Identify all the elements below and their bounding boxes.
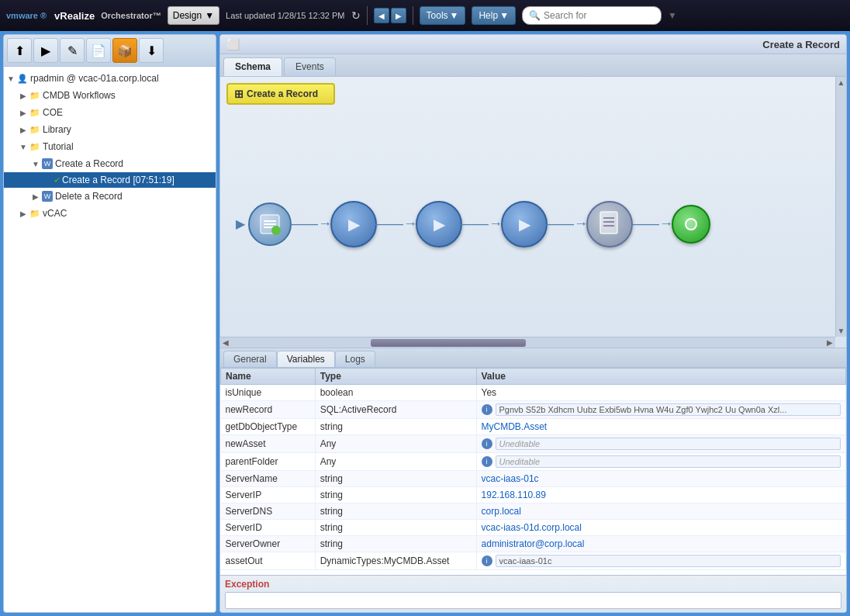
hscroll-thumb[interactable] [371,339,526,347]
table-row: ServerIDstringvcac-iaas-01d.corp.local [221,520,846,536]
create-record-button[interactable]: ⊞ Create a Record [226,83,335,105]
tree-toggle-delete[interactable]: ▶ [32,192,40,201]
flow-node-play-3[interactable]: ▶ [501,201,548,247]
tree-toggle-vcac[interactable]: ▶ [19,209,27,218]
workflow-icon-create-record: W [41,157,54,170]
tree-toggle-cmdb[interactable]: ▶ [19,92,27,100]
flow-node-start[interactable] [248,202,292,246]
tree-toggle-create-record-wf[interactable]: ▼ [32,160,40,168]
tree-label-create-record-wf: Create a Record [55,158,123,169]
tree-item-delete-record[interactable]: ▶ W Delete a Record [4,188,216,205]
toolbar-button-6[interactable]: ⬇ [139,38,164,63]
search-box[interactable]: 🔍 [522,6,662,25]
tree-item-create-record-run[interactable]: ✔ Create a Record [07:51:19] [4,172,216,188]
var-name: ServerOwner [221,536,316,552]
var-value-link[interactable]: MyCMDB.Asset [482,421,548,432]
divider [367,6,368,25]
scroll-right-btn[interactable]: ▶ [824,338,835,347]
tree-item-library[interactable]: ▶ 📁 Library [4,121,216,138]
root-user-icon: 👤 [16,72,29,85]
tab-events[interactable]: Events [284,57,336,76]
toolbar-button-3[interactable]: ✎ [60,38,85,63]
help-label: Help [479,10,498,21]
table-row: getDbObjectTypestringMyCMDB.Asset [221,419,846,435]
scroll-down-btn[interactable]: ▼ [836,325,846,337]
var-name: parentFolder [221,453,316,471]
flow-node-end[interactable] [672,205,710,244]
last-updated: Last updated 1/28/15 12:32 PM [226,11,345,20]
svg-rect-5 [600,212,617,234]
tree-item-create-record-wf[interactable]: ▼ W Create a Record [4,155,216,172]
navigation-tree: ▼ 👤 rpadmin @ vcac-01a.corp.local ▶ 📁 CM… [4,67,216,612]
toolbar-button-1[interactable]: ⬆ [7,38,32,63]
search-expand-icon[interactable]: ▼ [668,10,677,21]
play-icon-2: ▶ [434,215,445,234]
var-value: iUneditable [476,453,845,471]
tree-item-tutorial[interactable]: ▼ 📁 Tutorial [4,138,216,155]
btab-logs[interactable]: Logs [335,351,375,367]
info-icon: i [482,404,492,415]
tree-item-vcac[interactable]: ▶ 📁 vCAC [4,205,216,222]
flow-node-play-1[interactable]: ▶ [330,201,377,247]
table-row: ServerOwnerstringadministrator@corp.loca… [221,536,846,552]
tree-item-coe[interactable]: ▶ 📁 COE [4,104,216,121]
tree-item-root[interactable]: ▼ 👤 rpadmin @ vcac-01a.corp.local [4,70,216,87]
nav-forward-button[interactable]: ▶ [391,8,406,23]
var-name: assetOut [221,552,316,570]
col-header-name: Name [221,369,316,385]
btab-variables[interactable]: Variables [277,351,335,367]
search-input[interactable] [544,10,652,21]
table-row: ServerIPstring192.168.110.89 [221,487,846,504]
tab-schema[interactable]: Schema [223,57,282,76]
tools-button[interactable]: Tools ▼ [420,6,466,25]
resize-icon[interactable]: ⬜ [226,38,240,50]
var-type: DynamicTypes:MyCMDB.Asset [315,552,476,570]
var-value-link[interactable]: administrator@corp.local [482,538,585,549]
var-value: MyCMDB.Asset [476,419,845,435]
exception-section: Exception [220,575,846,612]
tree-toggle-library[interactable]: ▶ [19,126,27,134]
tree-label-run: Create a Record [07:51:19] [62,175,174,185]
variables-table: Name Type Value isUniquebooleanYesnewRec… [220,368,846,575]
var-value: Yes [476,385,845,401]
info-value: vcac-iaas-01c [496,555,841,567]
flow-node-play-2[interactable]: ▶ [416,201,462,247]
nav-back-button[interactable]: ◀ [374,8,389,23]
exception-input[interactable] [225,592,841,609]
scroll-up-btn[interactable]: ▲ [836,77,846,88]
vertical-scrollbar[interactable]: ▲ ▼ [835,77,846,337]
chevron-down-icon: ▼ [205,10,214,21]
var-type: string [315,536,476,552]
var-value-link[interactable]: corp.local [482,506,521,517]
horizontal-scrollbar[interactable]: ◀ ▶ [220,337,835,348]
var-value-link[interactable]: vcac-iaas-01d.corp.local [482,522,582,533]
scroll-left-btn[interactable]: ◀ [220,338,231,347]
toolbar-button-4[interactable]: 📄 [86,38,111,63]
var-value-link[interactable]: vcac-iaas-01c [482,473,539,484]
table-row: ServerDNSstringcorp.local [221,504,846,520]
svg-point-9 [686,219,696,230]
tree-toggle-coe[interactable]: ▶ [19,109,27,117]
document-icon [597,210,622,238]
bottom-tabs: General Variables Logs [220,348,846,368]
create-record-btn-label: Create a Record [247,88,318,99]
toolbar-button-5[interactable]: 📦 [112,38,137,63]
var-name: newAsset [221,435,316,453]
var-type: Any [315,435,476,453]
var-name: isUnique [221,385,316,401]
refresh-icon[interactable]: ↻ [351,9,361,22]
toolbar-button-2[interactable]: ▶ [33,38,58,63]
tree-toggle-tutorial[interactable]: ▼ [19,143,27,151]
var-value-link[interactable]: 192.168.110.89 [482,490,546,500]
tree-toggle-root[interactable]: ▼ [7,74,15,83]
flow-node-document[interactable] [586,201,633,247]
play-icon-1: ▶ [348,215,360,234]
var-type: boolean [315,385,476,401]
tree-label-root: rpadmin @ vcac-01a.corp.local [30,73,159,84]
start-node-icon [257,212,282,237]
btab-general[interactable]: General [223,351,277,367]
design-dropdown[interactable]: Design ▼ [168,6,219,25]
tree-item-cmdb[interactable]: ▶ 📁 CMDB Workflows [4,87,216,104]
help-button[interactable]: Help ▼ [472,6,516,25]
table-row: isUniquebooleanYes [221,385,846,401]
